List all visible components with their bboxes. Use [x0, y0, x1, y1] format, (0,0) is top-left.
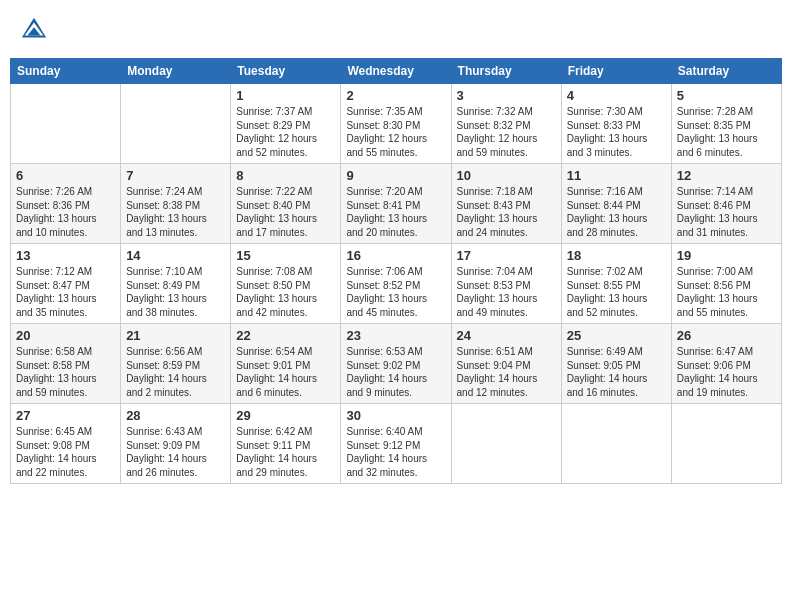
calendar-cell: 11Sunrise: 7:16 AM Sunset: 8:44 PM Dayli… — [561, 164, 671, 244]
calendar-cell: 27Sunrise: 6:45 AM Sunset: 9:08 PM Dayli… — [11, 404, 121, 484]
day-number: 29 — [236, 408, 335, 423]
calendar-header-tuesday: Tuesday — [231, 59, 341, 84]
day-info: Sunrise: 6:40 AM Sunset: 9:12 PM Dayligh… — [346, 425, 445, 479]
calendar-cell: 3Sunrise: 7:32 AM Sunset: 8:32 PM Daylig… — [451, 84, 561, 164]
day-info: Sunrise: 6:42 AM Sunset: 9:11 PM Dayligh… — [236, 425, 335, 479]
day-info: Sunrise: 7:37 AM Sunset: 8:29 PM Dayligh… — [236, 105, 335, 159]
calendar-cell — [121, 84, 231, 164]
calendar-cell: 18Sunrise: 7:02 AM Sunset: 8:55 PM Dayli… — [561, 244, 671, 324]
calendar-header-saturday: Saturday — [671, 59, 781, 84]
day-number: 26 — [677, 328, 776, 343]
day-number: 6 — [16, 168, 115, 183]
calendar-cell: 1Sunrise: 7:37 AM Sunset: 8:29 PM Daylig… — [231, 84, 341, 164]
day-number: 28 — [126, 408, 225, 423]
day-info: Sunrise: 7:18 AM Sunset: 8:43 PM Dayligh… — [457, 185, 556, 239]
day-number: 30 — [346, 408, 445, 423]
day-number: 14 — [126, 248, 225, 263]
day-info: Sunrise: 7:06 AM Sunset: 8:52 PM Dayligh… — [346, 265, 445, 319]
calendar-cell: 30Sunrise: 6:40 AM Sunset: 9:12 PM Dayli… — [341, 404, 451, 484]
day-info: Sunrise: 6:45 AM Sunset: 9:08 PM Dayligh… — [16, 425, 115, 479]
calendar-cell — [561, 404, 671, 484]
day-info: Sunrise: 7:02 AM Sunset: 8:55 PM Dayligh… — [567, 265, 666, 319]
calendar-cell: 20Sunrise: 6:58 AM Sunset: 8:58 PM Dayli… — [11, 324, 121, 404]
day-number: 23 — [346, 328, 445, 343]
calendar-cell: 23Sunrise: 6:53 AM Sunset: 9:02 PM Dayli… — [341, 324, 451, 404]
calendar-cell: 15Sunrise: 7:08 AM Sunset: 8:50 PM Dayli… — [231, 244, 341, 324]
day-info: Sunrise: 7:10 AM Sunset: 8:49 PM Dayligh… — [126, 265, 225, 319]
calendar-cell: 13Sunrise: 7:12 AM Sunset: 8:47 PM Dayli… — [11, 244, 121, 324]
day-number: 21 — [126, 328, 225, 343]
calendar-cell: 19Sunrise: 7:00 AM Sunset: 8:56 PM Dayli… — [671, 244, 781, 324]
calendar-week-3: 13Sunrise: 7:12 AM Sunset: 8:47 PM Dayli… — [11, 244, 782, 324]
page-header — [10, 10, 782, 48]
calendar-week-4: 20Sunrise: 6:58 AM Sunset: 8:58 PM Dayli… — [11, 324, 782, 404]
calendar-cell: 26Sunrise: 6:47 AM Sunset: 9:06 PM Dayli… — [671, 324, 781, 404]
calendar-cell: 2Sunrise: 7:35 AM Sunset: 8:30 PM Daylig… — [341, 84, 451, 164]
calendar-cell: 29Sunrise: 6:42 AM Sunset: 9:11 PM Dayli… — [231, 404, 341, 484]
calendar-cell: 14Sunrise: 7:10 AM Sunset: 8:49 PM Dayli… — [121, 244, 231, 324]
day-info: Sunrise: 6:49 AM Sunset: 9:05 PM Dayligh… — [567, 345, 666, 399]
logo-icon — [20, 15, 48, 43]
day-number: 15 — [236, 248, 335, 263]
day-number: 5 — [677, 88, 776, 103]
calendar-cell: 22Sunrise: 6:54 AM Sunset: 9:01 PM Dayli… — [231, 324, 341, 404]
day-number: 20 — [16, 328, 115, 343]
calendar-week-2: 6Sunrise: 7:26 AM Sunset: 8:36 PM Daylig… — [11, 164, 782, 244]
calendar-table: SundayMondayTuesdayWednesdayThursdayFrid… — [10, 58, 782, 484]
day-info: Sunrise: 7:16 AM Sunset: 8:44 PM Dayligh… — [567, 185, 666, 239]
calendar-cell: 8Sunrise: 7:22 AM Sunset: 8:40 PM Daylig… — [231, 164, 341, 244]
day-number: 24 — [457, 328, 556, 343]
calendar-cell — [671, 404, 781, 484]
day-info: Sunrise: 7:00 AM Sunset: 8:56 PM Dayligh… — [677, 265, 776, 319]
day-info: Sunrise: 7:26 AM Sunset: 8:36 PM Dayligh… — [16, 185, 115, 239]
calendar-cell: 24Sunrise: 6:51 AM Sunset: 9:04 PM Dayli… — [451, 324, 561, 404]
day-info: Sunrise: 6:58 AM Sunset: 8:58 PM Dayligh… — [16, 345, 115, 399]
day-number: 4 — [567, 88, 666, 103]
calendar-cell — [11, 84, 121, 164]
day-info: Sunrise: 7:04 AM Sunset: 8:53 PM Dayligh… — [457, 265, 556, 319]
calendar-cell: 25Sunrise: 6:49 AM Sunset: 9:05 PM Dayli… — [561, 324, 671, 404]
day-info: Sunrise: 6:56 AM Sunset: 8:59 PM Dayligh… — [126, 345, 225, 399]
calendar-cell: 17Sunrise: 7:04 AM Sunset: 8:53 PM Dayli… — [451, 244, 561, 324]
calendar-cell: 4Sunrise: 7:30 AM Sunset: 8:33 PM Daylig… — [561, 84, 671, 164]
day-number: 8 — [236, 168, 335, 183]
calendar-header-sunday: Sunday — [11, 59, 121, 84]
day-info: Sunrise: 7:12 AM Sunset: 8:47 PM Dayligh… — [16, 265, 115, 319]
day-info: Sunrise: 6:43 AM Sunset: 9:09 PM Dayligh… — [126, 425, 225, 479]
calendar-week-1: 1Sunrise: 7:37 AM Sunset: 8:29 PM Daylig… — [11, 84, 782, 164]
day-number: 11 — [567, 168, 666, 183]
calendar-cell: 9Sunrise: 7:20 AM Sunset: 8:41 PM Daylig… — [341, 164, 451, 244]
day-number: 1 — [236, 88, 335, 103]
day-info: Sunrise: 7:28 AM Sunset: 8:35 PM Dayligh… — [677, 105, 776, 159]
day-number: 9 — [346, 168, 445, 183]
calendar-cell: 6Sunrise: 7:26 AM Sunset: 8:36 PM Daylig… — [11, 164, 121, 244]
calendar-header-thursday: Thursday — [451, 59, 561, 84]
day-number: 7 — [126, 168, 225, 183]
day-number: 10 — [457, 168, 556, 183]
day-info: Sunrise: 7:20 AM Sunset: 8:41 PM Dayligh… — [346, 185, 445, 239]
day-info: Sunrise: 7:22 AM Sunset: 8:40 PM Dayligh… — [236, 185, 335, 239]
calendar-cell: 12Sunrise: 7:14 AM Sunset: 8:46 PM Dayli… — [671, 164, 781, 244]
calendar-week-5: 27Sunrise: 6:45 AM Sunset: 9:08 PM Dayli… — [11, 404, 782, 484]
day-info: Sunrise: 7:35 AM Sunset: 8:30 PM Dayligh… — [346, 105, 445, 159]
calendar-header-friday: Friday — [561, 59, 671, 84]
day-number: 22 — [236, 328, 335, 343]
day-number: 18 — [567, 248, 666, 263]
day-number: 3 — [457, 88, 556, 103]
day-number: 17 — [457, 248, 556, 263]
day-info: Sunrise: 6:47 AM Sunset: 9:06 PM Dayligh… — [677, 345, 776, 399]
calendar-header-row: SundayMondayTuesdayWednesdayThursdayFrid… — [11, 59, 782, 84]
day-info: Sunrise: 7:14 AM Sunset: 8:46 PM Dayligh… — [677, 185, 776, 239]
day-number: 19 — [677, 248, 776, 263]
calendar-cell — [451, 404, 561, 484]
day-number: 12 — [677, 168, 776, 183]
calendar-cell: 28Sunrise: 6:43 AM Sunset: 9:09 PM Dayli… — [121, 404, 231, 484]
day-info: Sunrise: 6:54 AM Sunset: 9:01 PM Dayligh… — [236, 345, 335, 399]
calendar-cell: 21Sunrise: 6:56 AM Sunset: 8:59 PM Dayli… — [121, 324, 231, 404]
day-number: 2 — [346, 88, 445, 103]
day-number: 13 — [16, 248, 115, 263]
day-info: Sunrise: 7:30 AM Sunset: 8:33 PM Dayligh… — [567, 105, 666, 159]
day-info: Sunrise: 6:53 AM Sunset: 9:02 PM Dayligh… — [346, 345, 445, 399]
calendar-header-wednesday: Wednesday — [341, 59, 451, 84]
calendar-cell: 10Sunrise: 7:18 AM Sunset: 8:43 PM Dayli… — [451, 164, 561, 244]
